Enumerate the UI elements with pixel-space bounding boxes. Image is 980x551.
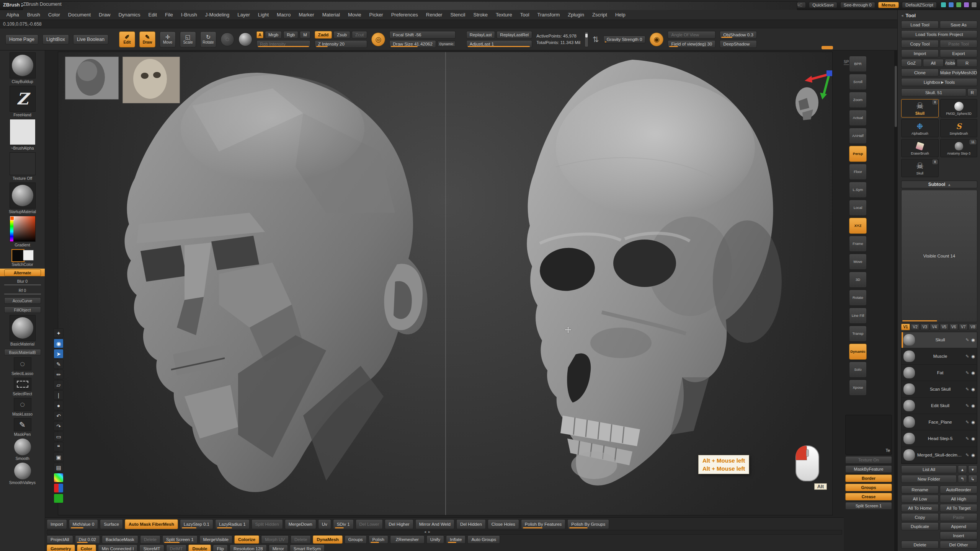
m-button[interactable]: M [300, 31, 310, 39]
bottom-button[interactable]: Auto Groups [467, 535, 500, 544]
subtool-version-tab[interactable]: V8 [969, 324, 977, 330]
menu-item[interactable]: Zplugin [564, 10, 588, 20]
scale-3d-button[interactable]: 3D [849, 272, 867, 288]
tool-panel-button[interactable]: Load Tool [901, 21, 939, 29]
menu-item[interactable]: Alpha [2, 10, 23, 20]
rgb-intensity-slider[interactable]: Rgb Intensity [256, 40, 310, 48]
bottom-button[interactable]: Min Connected I [98, 544, 138, 551]
folder-up-icon[interactable]: ↰ [958, 475, 967, 483]
note-icon[interactable]: ❝ [54, 442, 64, 452]
alternate-button[interactable]: Alternate [0, 269, 45, 276]
subtool-action-button[interactable]: Del Other [940, 541, 977, 549]
palette-swatch[interactable] [54, 473, 64, 483]
solo-toggle[interactable]: Solo [849, 362, 867, 378]
bottom-button[interactable]: LazyStep 0.1 [180, 519, 213, 529]
subtool-row[interactable]: Skull ✎ ◉ [902, 332, 977, 349]
document-canvas[interactable]: Alt + Mouse leftAlt + Mouse left Alt [58, 52, 833, 515]
dynamic-mode-toggle[interactable]: Dynamic [438, 41, 456, 47]
texture-on-button[interactable]: Texture On [845, 456, 892, 464]
subtool-row[interactable]: Face_Plane ✎ ◉ [902, 414, 977, 430]
menu-item[interactable]: Stencil [446, 10, 469, 20]
material-sphere-icon[interactable] [238, 33, 252, 46]
viewport-divider[interactable] [445, 52, 446, 515]
subtool-version-tab[interactable]: V6 [949, 324, 958, 330]
tool-pm3d-sphere3d[interactable]: PM3D_Sphere3D [940, 99, 977, 117]
subtool-row[interactable]: Scan Skull ✎ ◉ [902, 381, 977, 398]
menu-item[interactable]: Color [44, 10, 64, 20]
green-swatch[interactable] [54, 494, 64, 503]
bottom-button[interactable]: Polish By Features [521, 519, 566, 529]
zsub-button[interactable]: Zsub [333, 31, 350, 39]
menu-item[interactable]: Movie [344, 10, 365, 20]
bottom-button[interactable]: Del Lower [356, 519, 383, 529]
menu-item[interactable]: Picker [365, 10, 387, 20]
subtool-version-tab[interactable]: V1 [901, 324, 910, 330]
color-picker-gradient[interactable]: Gradient [0, 216, 45, 247]
floor-toggle[interactable]: Floor [849, 164, 867, 180]
tray-collapse-icon[interactable]: ◂ [901, 13, 903, 18]
move-down-icon[interactable]: ▾ [968, 465, 977, 473]
tool-panel-button[interactable]: GoZ [901, 59, 922, 67]
bottom-button[interactable]: Mirror [269, 544, 288, 551]
marker-icon[interactable]: ❘ [54, 390, 64, 400]
visibility-icon[interactable]: ◉ [971, 354, 975, 359]
menu-item[interactable]: Help [611, 10, 629, 20]
bottom-button[interactable]: Uv [318, 519, 331, 529]
bottom-button[interactable]: Del Higher [385, 519, 413, 529]
tool-panel-button[interactable]: Export [940, 49, 977, 57]
subtool-action-button[interactable]: Copy [901, 513, 939, 521]
zoom-button[interactable]: Zoom [849, 92, 867, 108]
bottom-button[interactable]: Resolution 128 [230, 544, 267, 551]
tool-panel-button[interactable]: Clone [901, 68, 939, 77]
tray-scrollbar[interactable] [894, 51, 897, 551]
bottom-button[interactable]: SDiv 1 [333, 519, 354, 529]
material-startup[interactable]: StartupMaterial [0, 183, 45, 214]
see-through-slider[interactable]: See-through 0 [840, 2, 875, 8]
restore-config-button[interactable]: R [967, 88, 977, 96]
mrgb-button[interactable]: Mrgb [265, 31, 282, 39]
bpr-button[interactable]: BPR [849, 56, 867, 72]
bottom-button[interactable]: LazyRadius 1 [215, 519, 250, 529]
zcut-button[interactable]: Zcut [352, 31, 367, 39]
visibility-icon[interactable]: ◉ [971, 337, 975, 342]
clipboard-icon[interactable]: ▤ [54, 463, 64, 472]
bottom-button[interactable]: Polish [369, 535, 388, 544]
fov-slider[interactable]: Field of view(deg) 30 [668, 40, 715, 48]
default-zscript-button[interactable]: DefaultZScript [902, 2, 937, 8]
bottom-button[interactable]: ZRemesher [390, 535, 425, 544]
quicksave-button[interactable]: QuickSave [809, 2, 837, 8]
bottom-button[interactable]: Del Hidden [456, 519, 486, 529]
accucurve-button[interactable]: AccuCurve [0, 297, 45, 304]
subtool-action-button[interactable]: All To Home [901, 504, 939, 512]
tool-eraserbrush[interactable]: EraserBrush [901, 139, 939, 157]
alpha-brushalpha[interactable]: ~BrushAlpha [0, 119, 45, 150]
camera-view-icon[interactable]: ◉ [650, 33, 663, 46]
subtool-action-button[interactable]: Duplicate [901, 522, 939, 530]
mask-lasso[interactable]: MaskLasso [0, 398, 45, 416]
angle-of-view-button[interactable]: Angle Of View [668, 31, 715, 39]
visibility-icon[interactable]: ◉ [971, 370, 975, 375]
subtool-action-button[interactable]: Append [940, 522, 977, 530]
menu-item[interactable]: I-Brush [177, 10, 201, 20]
actual-size-button[interactable]: Actual [849, 110, 867, 126]
undo-icon[interactable]: ↶ [54, 411, 64, 421]
subtool-version-tab[interactable]: V3 [920, 324, 929, 330]
lsym-toggle[interactable]: L.Sym [849, 182, 867, 198]
tool-anatomy-step-3[interactable]: 11 Anatomy Step-3 [940, 139, 977, 157]
menus-toggle[interactable]: Menus [878, 2, 899, 8]
menu-item[interactable]: Material [318, 10, 344, 20]
bottom-button[interactable]: Delete [140, 535, 160, 544]
border-button[interactable]: Border [845, 474, 892, 482]
deep-shadow-button[interactable]: DeepShadow [720, 40, 757, 48]
lightbox-button[interactable]: LightBox [42, 34, 69, 44]
menu-item[interactable]: Edit [144, 10, 161, 20]
shelf-scroll-handle[interactable] [822, 46, 833, 49]
material-basic[interactable]: BasicMaterial [0, 315, 45, 346]
visibility-icon[interactable]: ◉ [971, 420, 975, 425]
bottom-button[interactable]: Surface [100, 519, 123, 529]
stroke-preview-icon[interactable]: ◌ [220, 33, 234, 46]
pen-icon[interactable]: ✎ [54, 359, 64, 369]
rotate-button[interactable]: ↻Rotate [200, 31, 216, 47]
eraser-icon[interactable]: ▱ [54, 380, 64, 390]
subtool-action-button[interactable]: AutoReorder [940, 486, 977, 494]
